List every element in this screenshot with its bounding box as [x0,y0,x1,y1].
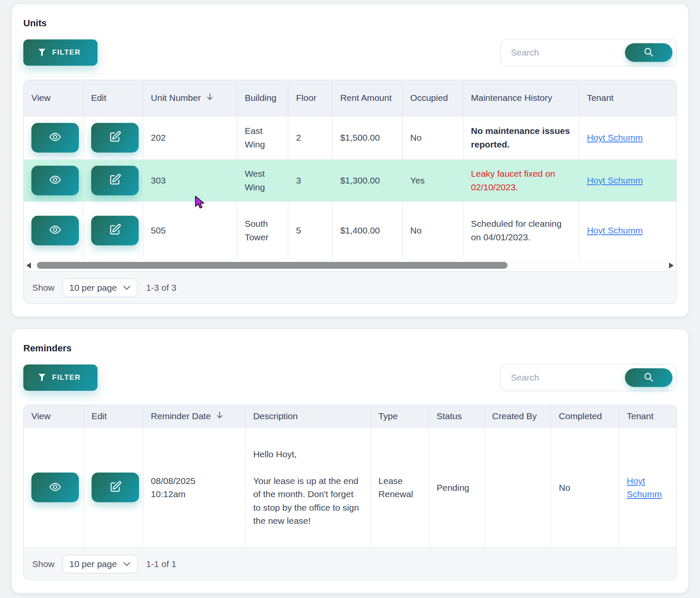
cell-rent: $1,500.00 [332,116,402,159]
reminders-col-type: Type [371,405,429,427]
per-page-value: 10 per page [70,559,117,569]
sort-descending-icon[interactable] [206,92,214,103]
units-header-row: View Edit Unit Number Building Floor Ren… [24,80,676,116]
cell-floor: 3 [288,159,332,201]
reminders-col-view: View [24,405,84,427]
chevron-down-icon [123,562,131,567]
view-button[interactable] [31,473,79,502]
cell-created-by [484,427,551,548]
cell-occupied: Yes [402,159,463,201]
edit-icon [109,223,121,237]
units-col-unit-number[interactable]: Unit Number [143,80,237,116]
reminders-col-completed: Completed [551,405,619,427]
reminders-table-container: View Edit Reminder Date Description Type… [23,405,677,580]
pagination-range: 1-3 of 3 [146,283,176,293]
cell-occupied: No [402,116,463,159]
filter-button-label: FILTER [52,48,81,57]
units-pagination: Show 10 per page 1-3 of 3 [24,271,676,303]
edit-icon [109,481,122,495]
table-row-highlighted: 303 West Wing 3 $1,300.00 Yes Leaky fauc… [24,159,676,201]
per-page-select[interactable]: 10 per page [62,278,138,297]
reminders-search-button[interactable] [625,368,672,387]
units-search-button[interactable] [625,43,672,62]
edit-button[interactable] [91,166,139,195]
units-col-tenant: Tenant [579,80,676,116]
cell-description: Hello Hoyt, Your lease is up at the end … [245,427,371,548]
reminders-table: View Edit Reminder Date Description Type… [24,405,676,548]
units-col-rent: Rent Amount [332,80,402,116]
units-col-view: View [24,80,83,116]
per-page-value: 10 per page [70,283,117,293]
cell-maintenance: Scheduled for cleaning on 04/01/2023. [463,201,579,259]
reminders-pagination: Show 10 per page 1-1 of 1 [24,548,676,580]
eye-icon [48,174,62,187]
reminders-toolbar: FILTER [23,364,677,391]
edit-icon [109,131,121,145]
reminders-col-created-by: Created By [484,405,551,427]
units-card: Units FILTER View Ed [12,4,688,317]
horizontal-scrollbar[interactable] [24,259,676,271]
edit-button[interactable] [91,216,139,245]
edit-button[interactable] [92,473,139,502]
units-col-occupied: Occupied [402,80,463,116]
reminders-col-description: Description [245,405,371,427]
scrollbar-thumb[interactable] [37,262,508,269]
sort-descending-icon[interactable] [216,411,223,422]
reminders-col-status: Status [429,405,484,427]
scroll-left-icon[interactable] [26,262,31,269]
tenant-link[interactable]: Hoyt Schumm [587,225,643,235]
reminders-header-row: View Edit Reminder Date Description Type… [24,405,676,427]
units-col-floor: Floor [288,80,332,116]
units-filter-button[interactable]: FILTER [23,39,98,66]
cell-type: Lease Renewal [371,427,429,548]
eye-icon [48,481,62,494]
cell-rent: $1,400.00 [332,201,402,259]
cell-building: East Wing [237,116,288,159]
edit-icon [109,173,121,187]
reminders-search [500,364,677,391]
show-label: Show [32,283,55,293]
search-icon [643,47,654,59]
units-col-maintenance: Maintenance History [463,80,579,116]
units-table: View Edit Unit Number Building Floor Ren… [24,80,676,259]
cell-unit-number: 505 [143,201,237,259]
tenant-link[interactable]: Hoyt Schumm [587,175,643,185]
cell-maintenance: Leaky faucet fixed on 02/10/2023. [463,159,579,201]
tenant-link[interactable]: Hoyt Schumm [627,476,662,499]
pagination-range: 1-1 of 1 [146,559,176,569]
table-row: 202 East Wing 2 $1,500.00 No No maintena… [24,116,676,159]
units-search [500,39,677,66]
view-button[interactable] [31,166,79,195]
reminders-card: Reminders FILTER View [12,329,688,593]
per-page-select[interactable]: 10 per page [62,555,138,573]
scroll-right-icon[interactable] [669,262,674,269]
cell-unit-number: 202 [143,116,237,159]
page: Units FILTER View Ed [0,0,700,593]
filter-button-label: FILTER [52,373,81,382]
cell-completed: No [551,427,619,548]
view-button[interactable] [31,123,79,153]
filter-icon [38,373,46,382]
eye-icon [48,131,62,144]
cell-reminder-date: 08/08/2025 10:12am [143,427,245,548]
edit-button[interactable] [91,123,139,153]
reminders-col-date[interactable]: Reminder Date [143,405,245,427]
search-icon [643,372,654,384]
units-toolbar: FILTER [23,39,677,66]
view-button[interactable] [31,216,79,245]
units-col-building: Building [237,80,288,116]
filter-icon [38,48,46,57]
tenant-link[interactable]: Hoyt Schumm [587,133,643,142]
units-col-edit: Edit [83,80,143,116]
cell-building: West Wing [237,159,288,201]
cell-unit-number: 303 [143,159,237,201]
reminders-title: Reminders [23,343,677,354]
cell-building: South Tower [237,201,288,259]
table-row: 505 South Tower 5 $1,400.00 No Scheduled… [24,201,676,259]
cell-rent: $1,300.00 [332,159,402,201]
cell-status: Pending [429,427,484,548]
cell-floor: 2 [288,116,332,159]
units-table-container: View Edit Unit Number Building Floor Ren… [23,80,677,304]
cell-maintenance: No maintenance issues reported. [463,116,579,159]
reminders-filter-button[interactable]: FILTER [23,364,98,391]
